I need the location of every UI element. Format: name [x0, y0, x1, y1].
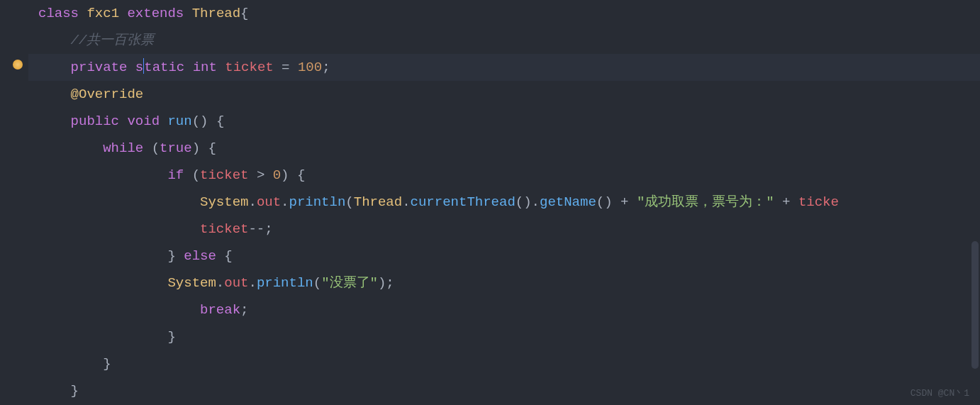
indent: [38, 113, 71, 129]
rbrace: }: [167, 329, 175, 345]
indent: [38, 302, 200, 318]
vertical-scrollbar[interactable]: [971, 241, 979, 369]
comment: //共一百张票: [71, 33, 155, 48]
indent: [38, 167, 167, 183]
lightbulb-icon[interactable]: [13, 60, 23, 70]
method-run: run: [167, 113, 191, 129]
code-line[interactable]: public void run() {: [28, 108, 980, 135]
lparen: (: [152, 140, 160, 156]
brace: {: [200, 140, 216, 156]
code-line[interactable]: break;: [28, 296, 980, 323]
field-ticket: ticket: [225, 60, 273, 75]
indent: [38, 221, 200, 237]
rparen: ): [281, 167, 289, 183]
class-name: fxc1: [87, 6, 119, 21]
keyword-private: private: [71, 60, 128, 75]
indent: [38, 33, 71, 48]
op-decrement: --: [248, 221, 265, 237]
keyword-while: while: [103, 140, 143, 156]
field-ticket: ticket: [200, 167, 248, 183]
code-editor[interactable]: class fxc1 extends Thread{ //共一百张票 priva…: [0, 0, 980, 405]
method-println: println: [289, 194, 346, 210]
field-ticket: ticke: [798, 194, 839, 210]
code-line[interactable]: while (true) {: [28, 135, 980, 162]
string-literal: "没票了": [321, 275, 378, 291]
code-line[interactable]: }: [28, 350, 980, 377]
number: 100: [298, 60, 322, 75]
code-line-active[interactable]: private static int ticket = 100;: [28, 54, 980, 81]
keyword-if: if: [167, 167, 184, 183]
indent: [38, 248, 167, 264]
number: 0: [273, 167, 281, 183]
brace: {: [240, 6, 248, 21]
indent: [38, 194, 200, 210]
editor-gutter: [0, 0, 28, 405]
keyword-else: else: [184, 248, 216, 264]
indent: [38, 329, 167, 345]
brace: {: [216, 248, 233, 264]
indent: [38, 275, 167, 291]
code-line[interactable]: } else {: [28, 243, 980, 270]
indent: [38, 383, 71, 399]
indent: [38, 87, 71, 102]
op-eq: =: [274, 60, 298, 75]
brace: {: [289, 167, 306, 183]
keyword-int: int: [193, 60, 217, 75]
code-line[interactable]: if (ticket > 0) {: [28, 162, 980, 189]
rbrace: }: [103, 356, 111, 372]
keyword-public: public: [71, 113, 119, 129]
keyword-static-s: s: [135, 60, 143, 75]
class-thread: Thread: [354, 194, 402, 210]
code-area[interactable]: class fxc1 extends Thread{ //共一百张票 priva…: [28, 0, 980, 405]
indent: [38, 140, 103, 156]
text-cursor: [143, 58, 144, 74]
indent: [38, 60, 71, 75]
method-getname: getName: [540, 194, 596, 210]
field-out: out: [257, 194, 281, 210]
rbrace: }: [167, 248, 175, 264]
keyword-true: true: [160, 140, 192, 156]
code-line[interactable]: ticket--;: [28, 216, 980, 243]
lparen: (: [192, 167, 200, 183]
code-line[interactable]: class fxc1 extends Thread{: [28, 0, 980, 27]
rbrace: }: [71, 383, 79, 399]
code-line[interactable]: }: [28, 323, 980, 350]
code-line[interactable]: }: [28, 377, 980, 404]
string-literal: "成功取票，票号为：": [637, 194, 774, 210]
keyword-extends: extends: [127, 6, 184, 21]
keyword-break: break: [200, 302, 240, 318]
annotation: @Override: [71, 87, 144, 102]
code-line[interactable]: System.out.println("没票了");: [28, 270, 980, 296]
watermark-text: CSDN @CN丶1: [911, 387, 969, 399]
parent-class: Thread: [192, 6, 240, 21]
keyword-void: void: [127, 113, 160, 129]
code-line[interactable]: @Override: [28, 81, 980, 108]
brace: {: [208, 113, 224, 129]
indent: [38, 356, 103, 372]
rparen: ): [192, 140, 200, 156]
method-println: println: [257, 275, 313, 291]
code-line[interactable]: System.out.println(Thread.currentThread(…: [28, 189, 980, 216]
field-ticket: ticket: [200, 221, 248, 237]
semicolon: ;: [322, 60, 330, 75]
parens: (): [192, 113, 208, 129]
code-line[interactable]: //共一百张票: [28, 27, 980, 54]
class-system: System: [200, 194, 248, 210]
method-currentthread: currentThread: [411, 194, 516, 210]
op-gt: >: [248, 167, 272, 183]
class-system: System: [167, 275, 216, 291]
keyword-class: class: [38, 6, 79, 21]
field-out: out: [224, 275, 248, 291]
keyword-static-tatic: tatic: [144, 60, 184, 75]
